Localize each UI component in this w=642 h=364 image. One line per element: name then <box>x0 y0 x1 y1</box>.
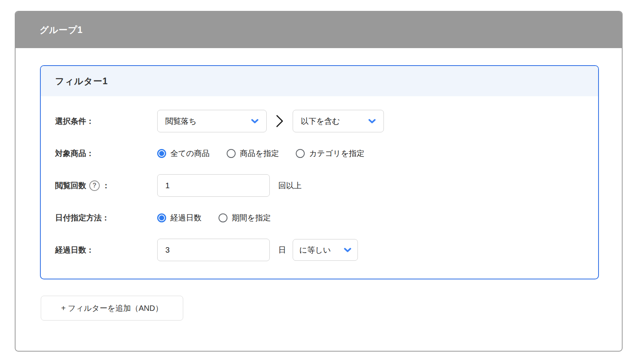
filter-panel: フィルター1 選択条件： 閲覧落ち <box>40 65 599 279</box>
page: グループ1 フィルター1 選択条件： 閲覧落ち <box>0 0 642 364</box>
chevron-down-icon <box>368 119 376 124</box>
row-view-count: 閲覧回数 ? ： 回以上 <box>55 174 586 197</box>
view-count-label: 閲覧回数 ? ： <box>55 180 157 191</box>
filter-panel-header: フィルター1 <box>41 66 598 96</box>
radio-elapsed-days[interactable]: 経過日数 <box>157 213 201 223</box>
group-body: フィルター1 選択条件： 閲覧落ち <box>16 48 622 321</box>
comparator-dropdown[interactable]: に等しい <box>293 239 358 261</box>
row-elapsed-days: 経過日数： 日 に等しい <box>55 238 586 262</box>
elapsed-days-input[interactable] <box>157 239 270 261</box>
match-type-value: 以下を含む <box>301 116 340 127</box>
chevron-down-icon <box>251 119 259 124</box>
help-icon[interactable]: ? <box>89 180 100 191</box>
chevron-right-icon <box>275 114 284 128</box>
chevron-down-icon <box>344 248 351 253</box>
view-count-input[interactable] <box>157 174 270 197</box>
elapsed-days-unit: 日 <box>278 245 286 255</box>
date-method-radio-group: 経過日数 期間を指定 <box>157 213 271 223</box>
filter-title: フィルター1 <box>55 75 108 87</box>
radio-icon <box>227 149 236 158</box>
view-count-suffix: 回以上 <box>278 180 302 191</box>
group-card: グループ1 フィルター1 選択条件： 閲覧落ち <box>15 11 623 352</box>
radio-icon <box>157 213 166 222</box>
view-count-controls: 回以上 <box>157 174 302 197</box>
row-selection-condition: 選択条件： 閲覧落ち <box>55 109 586 133</box>
group-header: グループ1 <box>16 12 622 48</box>
elapsed-days-label: 経過日数： <box>55 245 157 255</box>
row-date-method: 日付指定方法： 経過日数 期間を指定 <box>55 206 586 229</box>
elapsed-days-controls: 日 に等しい <box>157 239 358 261</box>
comparator-value: に等しい <box>299 245 331 255</box>
radio-specify-category[interactable]: カテゴリを指定 <box>296 148 364 159</box>
row-target-products: 対象商品： 全ての商品 商品を指定 <box>55 142 586 165</box>
condition-type-value: 閲覧落ち <box>165 116 196 127</box>
selection-condition-controls: 閲覧落ち 以下を含む <box>157 110 384 132</box>
radio-icon <box>157 149 166 158</box>
target-products-radio-group: 全ての商品 商品を指定 カテゴリを指定 <box>157 148 364 159</box>
radio-icon <box>296 149 305 158</box>
group-title: グループ1 <box>40 24 83 36</box>
condition-type-dropdown[interactable]: 閲覧落ち <box>157 110 267 132</box>
add-filter-button[interactable]: + フィルターを追加（AND） <box>41 296 183 321</box>
radio-icon <box>219 213 227 222</box>
match-type-dropdown[interactable]: 以下を含む <box>293 110 384 132</box>
selection-condition-label: 選択条件： <box>55 116 157 127</box>
radio-all-products[interactable]: 全ての商品 <box>157 148 210 159</box>
radio-specify-products[interactable]: 商品を指定 <box>227 148 279 159</box>
target-products-label: 対象商品： <box>55 148 157 159</box>
date-method-label: 日付指定方法： <box>55 213 157 223</box>
filter-panel-body: 選択条件： 閲覧落ち <box>41 96 598 279</box>
radio-specify-period[interactable]: 期間を指定 <box>219 213 271 223</box>
